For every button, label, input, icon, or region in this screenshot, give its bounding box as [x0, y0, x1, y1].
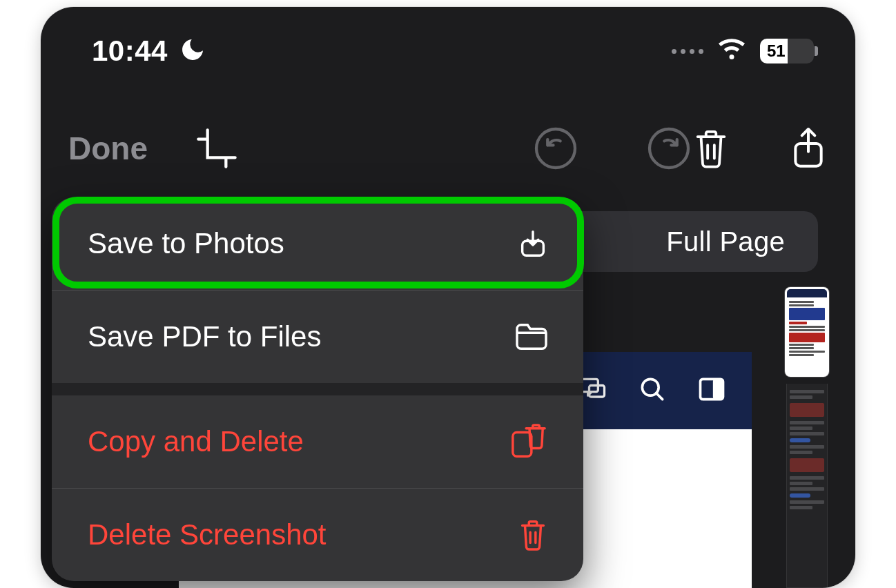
battery-indicator: 51	[760, 39, 814, 63]
menu-item-label: Copy and Delete	[88, 425, 304, 458]
svg-point-0	[536, 129, 575, 168]
battery-level: 51	[767, 41, 786, 61]
segment-full-page[interactable]: Full Page	[666, 226, 785, 257]
folder-icon	[514, 322, 549, 351]
save-to-photos-icon	[517, 228, 549, 259]
undo-icon[interactable]	[534, 126, 578, 170]
svg-point-1	[650, 129, 688, 168]
menu-item-copy-and-delete[interactable]: Copy and Delete	[52, 395, 583, 488]
svg-rect-7	[713, 379, 723, 399]
menu-item-label: Save to Photos	[88, 227, 284, 260]
done-button[interactable]: Done	[68, 130, 148, 167]
svg-rect-9	[513, 433, 532, 457]
trash-icon	[517, 517, 549, 553]
clock-time: 10:44	[92, 35, 168, 68]
wifi-icon	[717, 35, 746, 67]
editor-toolbar: Done	[41, 117, 855, 179]
device-frame: 10:44 51 Done	[41, 7, 855, 588]
sidebar-toggle-icon	[697, 374, 727, 407]
crop-icon[interactable]	[195, 126, 239, 170]
trash-icon[interactable]	[691, 125, 731, 172]
redo-icon[interactable]	[647, 126, 691, 170]
done-context-menu: Save to Photos Save PDF to Files Copy an…	[52, 197, 583, 581]
menu-item-save-to-photos[interactable]: Save to Photos	[52, 197, 583, 290]
menu-item-save-pdf-to-files[interactable]: Save PDF to Files	[52, 291, 583, 383]
menu-item-delete-screenshot[interactable]: Delete Screenshot	[52, 489, 583, 581]
status-bar-right: 51	[672, 35, 814, 67]
copy-delete-icon	[509, 423, 549, 460]
page-thumbnail-strip[interactable]	[786, 384, 828, 588]
do-not-disturb-icon	[179, 36, 206, 66]
page-thumbnail-current[interactable]	[785, 287, 829, 377]
share-icon[interactable]	[789, 125, 828, 172]
status-bar: 10:44 51	[41, 29, 855, 73]
menu-item-label: Save PDF to Files	[88, 320, 321, 353]
search-icon	[637, 374, 668, 407]
page-dots-icon	[672, 49, 703, 54]
menu-item-label: Delete Screenshot	[88, 518, 327, 551]
status-bar-left: 10:44	[92, 35, 206, 68]
